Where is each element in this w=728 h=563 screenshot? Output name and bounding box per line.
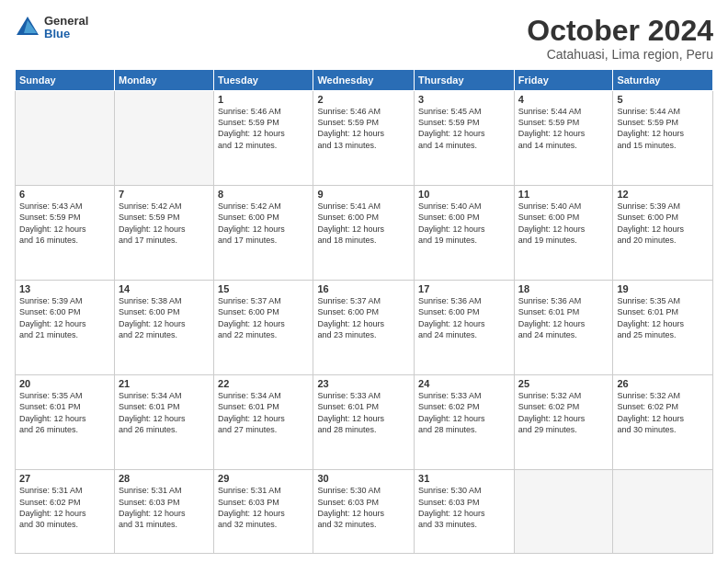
day-number: 5 [617,94,709,105]
day-number: 4 [518,94,609,105]
logo-text: General Blue [44,15,88,41]
day-info: Sunrise: 5:31 AM Sunset: 6:03 PM Dayligh… [119,485,210,530]
day-info: Sunrise: 5:45 AM Sunset: 5:59 PM Dayligh… [418,106,510,151]
calendar-cell: 13Sunrise: 5:39 AM Sunset: 6:00 PM Dayli… [16,281,115,375]
header-row: SundayMondayTuesdayWednesdayThursdayFrid… [16,70,713,91]
day-number: 31 [418,473,510,484]
logo: General Blue [15,15,88,41]
calendar-cell: 1Sunrise: 5:46 AM Sunset: 5:59 PM Daylig… [214,91,313,186]
day-number: 23 [317,378,410,389]
calendar-cell: 25Sunrise: 5:32 AM Sunset: 6:02 PM Dayli… [514,375,613,470]
day-number: 28 [119,473,210,484]
day-info: Sunrise: 5:42 AM Sunset: 6:00 PM Dayligh… [218,201,309,246]
calendar-cell: 23Sunrise: 5:33 AM Sunset: 6:01 PM Dayli… [313,375,415,470]
day-info: Sunrise: 5:33 AM Sunset: 6:01 PM Dayligh… [317,390,410,435]
calendar-cell: 28Sunrise: 5:31 AM Sunset: 6:03 PM Dayli… [114,470,213,554]
day-number: 3 [418,94,510,105]
day-number: 15 [218,283,309,294]
day-info: Sunrise: 5:40 AM Sunset: 6:00 PM Dayligh… [518,201,609,246]
day-number: 13 [19,283,110,294]
main-title: October 2024 [527,15,713,47]
calendar-cell: 3Sunrise: 5:45 AM Sunset: 5:59 PM Daylig… [415,91,515,186]
day-info: Sunrise: 5:37 AM Sunset: 6:00 PM Dayligh… [218,295,309,340]
day-info: Sunrise: 5:32 AM Sunset: 6:02 PM Dayligh… [617,390,709,435]
week-row-3: 13Sunrise: 5:39 AM Sunset: 6:00 PM Dayli… [16,281,713,375]
day-info: Sunrise: 5:39 AM Sunset: 6:00 PM Dayligh… [617,201,709,246]
calendar-cell: 4Sunrise: 5:44 AM Sunset: 5:59 PM Daylig… [514,91,613,186]
day-header-friday: Friday [514,70,613,91]
day-info: Sunrise: 5:31 AM Sunset: 6:02 PM Dayligh… [19,485,110,530]
day-number: 1 [218,94,309,105]
day-number: 8 [218,189,309,200]
day-number: 7 [119,189,210,200]
day-info: Sunrise: 5:32 AM Sunset: 6:02 PM Dayligh… [518,390,609,435]
day-info: Sunrise: 5:31 AM Sunset: 6:03 PM Dayligh… [218,485,309,530]
calendar-cell: 15Sunrise: 5:37 AM Sunset: 6:00 PM Dayli… [214,281,313,375]
logo-general-text: General [44,15,88,28]
calendar-header: SundayMondayTuesdayWednesdayThursdayFrid… [16,70,713,91]
calendar-cell: 30Sunrise: 5:30 AM Sunset: 6:03 PM Dayli… [313,470,415,554]
day-info: Sunrise: 5:42 AM Sunset: 5:59 PM Dayligh… [119,201,210,246]
day-info: Sunrise: 5:36 AM Sunset: 6:00 PM Dayligh… [418,295,510,340]
day-number: 10 [418,189,510,200]
day-number: 16 [317,283,410,294]
week-row-1: 1Sunrise: 5:46 AM Sunset: 5:59 PM Daylig… [16,91,713,186]
day-info: Sunrise: 5:34 AM Sunset: 6:01 PM Dayligh… [119,390,210,435]
calendar-cell [16,91,115,186]
calendar-cell: 5Sunrise: 5:44 AM Sunset: 5:59 PM Daylig… [613,91,713,186]
day-number: 6 [19,189,110,200]
day-number: 20 [19,378,110,389]
calendar-cell [514,470,613,554]
calendar-cell: 12Sunrise: 5:39 AM Sunset: 6:00 PM Dayli… [613,186,713,281]
day-info: Sunrise: 5:39 AM Sunset: 6:00 PM Dayligh… [19,295,110,340]
day-number: 17 [418,283,510,294]
day-info: Sunrise: 5:37 AM Sunset: 6:00 PM Dayligh… [317,295,410,340]
day-number: 12 [617,189,709,200]
page: General Blue October 2024 Catahuasi, Lim… [0,0,728,563]
day-header-saturday: Saturday [613,70,713,91]
day-info: Sunrise: 5:30 AM Sunset: 6:03 PM Dayligh… [418,485,510,530]
day-info: Sunrise: 5:44 AM Sunset: 5:59 PM Dayligh… [617,106,709,151]
calendar-cell: 7Sunrise: 5:42 AM Sunset: 5:59 PM Daylig… [114,186,213,281]
calendar-cell: 8Sunrise: 5:42 AM Sunset: 6:00 PM Daylig… [214,186,313,281]
day-header-monday: Monday [114,70,213,91]
day-info: Sunrise: 5:34 AM Sunset: 6:01 PM Dayligh… [218,390,309,435]
calendar-cell: 2Sunrise: 5:46 AM Sunset: 5:59 PM Daylig… [313,91,415,186]
week-row-5: 27Sunrise: 5:31 AM Sunset: 6:02 PM Dayli… [16,470,713,554]
day-info: Sunrise: 5:35 AM Sunset: 6:01 PM Dayligh… [617,295,709,340]
calendar-cell: 18Sunrise: 5:36 AM Sunset: 6:01 PM Dayli… [514,281,613,375]
calendar-cell: 31Sunrise: 5:30 AM Sunset: 6:03 PM Dayli… [415,470,515,554]
day-number: 25 [518,378,609,389]
calendar-cell: 9Sunrise: 5:41 AM Sunset: 6:00 PM Daylig… [313,186,415,281]
day-header-thursday: Thursday [415,70,515,91]
week-row-4: 20Sunrise: 5:35 AM Sunset: 6:01 PM Dayli… [16,375,713,470]
day-number: 14 [119,283,210,294]
logo-blue-text: Blue [44,28,88,40]
day-number: 27 [19,473,110,484]
day-number: 11 [518,189,609,200]
day-info: Sunrise: 5:36 AM Sunset: 6:01 PM Dayligh… [518,295,609,340]
day-number: 18 [518,283,609,294]
day-info: Sunrise: 5:38 AM Sunset: 6:00 PM Dayligh… [119,295,210,340]
week-row-2: 6Sunrise: 5:43 AM Sunset: 5:59 PM Daylig… [16,186,713,281]
day-number: 30 [317,473,410,484]
calendar-cell: 27Sunrise: 5:31 AM Sunset: 6:02 PM Dayli… [16,470,115,554]
day-info: Sunrise: 5:30 AM Sunset: 6:03 PM Dayligh… [317,485,410,530]
calendar-cell: 26Sunrise: 5:32 AM Sunset: 6:02 PM Dayli… [613,375,713,470]
day-info: Sunrise: 5:41 AM Sunset: 6:00 PM Dayligh… [317,201,410,246]
day-number: 29 [218,473,309,484]
day-number: 9 [317,189,410,200]
day-info: Sunrise: 5:46 AM Sunset: 5:59 PM Dayligh… [317,106,410,151]
header: General Blue October 2024 Catahuasi, Lim… [15,15,713,62]
logo-icon [15,15,40,40]
day-info: Sunrise: 5:33 AM Sunset: 6:02 PM Dayligh… [418,390,510,435]
calendar-cell: 6Sunrise: 5:43 AM Sunset: 5:59 PM Daylig… [16,186,115,281]
day-info: Sunrise: 5:44 AM Sunset: 5:59 PM Dayligh… [518,106,609,151]
day-number: 24 [418,378,510,389]
calendar-body: 1Sunrise: 5:46 AM Sunset: 5:59 PM Daylig… [16,91,713,554]
day-number: 2 [317,94,410,105]
day-info: Sunrise: 5:35 AM Sunset: 6:01 PM Dayligh… [19,390,110,435]
calendar-cell [613,470,713,554]
day-number: 19 [617,283,709,294]
calendar-cell: 11Sunrise: 5:40 AM Sunset: 6:00 PM Dayli… [514,186,613,281]
